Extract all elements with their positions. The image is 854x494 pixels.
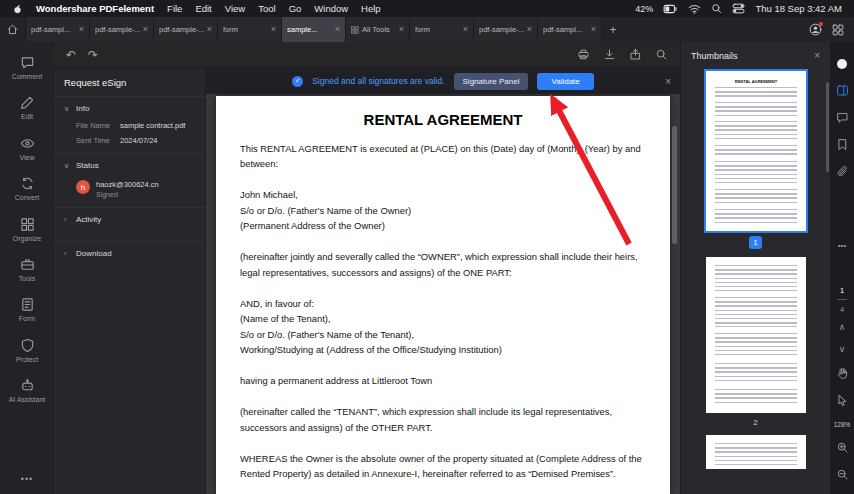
menubar-clock[interactable]: Thu 18 Sep 3:42 AM: [755, 3, 842, 14]
thumbnails-title: Thumbnails: [691, 51, 738, 61]
account-avatar-icon[interactable]: [809, 23, 822, 36]
menu-file[interactable]: File: [167, 3, 182, 14]
sidebar-item-view[interactable]: View: [0, 129, 54, 169]
tab-close-icon[interactable]: ×: [399, 25, 404, 34]
tab-all-tools[interactable]: All Tools×: [346, 17, 410, 42]
tab-close-icon[interactable]: ×: [143, 25, 148, 34]
chevron-down-icon: ∨: [64, 162, 71, 170]
file-name-label: File Name: [76, 121, 120, 130]
thumbnail-panel-icon[interactable]: [830, 77, 854, 104]
next-page-icon[interactable]: ∨: [839, 338, 846, 360]
sidebar-item-protect[interactable]: Protect: [0, 331, 54, 371]
all-tools-grid-icon: [351, 26, 359, 34]
zoom-level[interactable]: 128%: [834, 414, 851, 434]
esign-section-status[interactable]: ∨ Status: [54, 153, 205, 175]
tab-overview-icon[interactable]: [832, 24, 844, 36]
tab-pdf-sample-5[interactable]: pdf-sampl...×: [538, 17, 602, 42]
document-paragraph: WHEREAS the Owner is the absolute owner …: [240, 451, 646, 482]
more-panels-icon[interactable]: •••: [830, 232, 854, 259]
signer-avatar: h: [76, 180, 90, 194]
menu-view[interactable]: View: [225, 3, 245, 14]
document-paragraph: AND, in favour of: (Name of the Tenant),…: [240, 296, 646, 358]
esign-section-activity[interactable]: › Activity: [54, 207, 205, 229]
sidebar-item-edit[interactable]: Edit: [0, 88, 54, 128]
current-page-number[interactable]: 1: [840, 283, 844, 297]
thumbnails-panel: Thumbnails × RENTAL AGREEMENT 1: [680, 42, 830, 494]
valid-check-icon: ✓: [292, 76, 303, 87]
attachments-panel-icon[interactable]: [830, 158, 854, 185]
thumbnails-scrollbar[interactable]: [826, 82, 829, 172]
tab-pdf-sample-2[interactable]: pdf-sample-...×: [90, 17, 154, 42]
tab-pdf-sample-1[interactable]: pdf-sampl...×: [26, 17, 90, 42]
tab-close-icon[interactable]: ×: [271, 25, 276, 34]
search-icon[interactable]: [655, 48, 668, 61]
sidebar-item-comment[interactable]: Comment: [0, 48, 54, 88]
hand-tool-icon[interactable]: [830, 360, 854, 387]
esign-section-info[interactable]: ∨ Info: [54, 96, 205, 118]
signature-valid-banner: ✓ Signed and all signatures are valid. S…: [206, 68, 680, 94]
bookmarks-panel-icon[interactable]: [830, 131, 854, 158]
record-status-icon[interactable]: [830, 50, 854, 77]
tab-form-2[interactable]: form×: [410, 17, 474, 42]
thumbnail-page-3[interactable]: [706, 435, 806, 469]
menu-go[interactable]: Go: [289, 3, 302, 14]
page-number-label: 2: [753, 418, 757, 427]
share-icon[interactable]: [629, 48, 642, 61]
home-button[interactable]: [0, 17, 26, 42]
tab-close-icon[interactable]: ×: [591, 25, 596, 34]
document-paragraph: having a permanent address at Littleroot…: [240, 373, 646, 389]
tab-bar: pdf-sampl...× pdf-sample-...× pdf-sample…: [0, 17, 854, 42]
select-tool-icon[interactable]: [830, 387, 854, 414]
tab-close-icon[interactable]: ×: [335, 25, 340, 34]
tab-pdf-sample-4[interactable]: pdf-sample-...×: [474, 17, 538, 42]
file-name-value: sample contract.pdf: [120, 121, 195, 130]
document-scrollbar[interactable]: [672, 126, 677, 244]
thumbnail-page-1[interactable]: RENTAL AGREEMENT: [706, 71, 806, 231]
menu-tool[interactable]: Tool: [258, 3, 275, 14]
thumbnails-close-icon[interactable]: ×: [814, 50, 820, 61]
validate-button[interactable]: Validate: [537, 73, 593, 90]
menu-window[interactable]: Window: [314, 3, 348, 14]
wifi-icon[interactable]: [688, 4, 701, 14]
spotlight-search-icon[interactable]: [711, 3, 722, 14]
menubar-app-name[interactable]: Wondershare PDFelement: [36, 3, 154, 14]
page-scroll-area[interactable]: RENTAL AGREEMENT This RENTAL AGREEMENT i…: [206, 94, 680, 494]
thumbnail-page-2[interactable]: [706, 257, 806, 413]
tab-close-icon[interactable]: ×: [527, 25, 532, 34]
valid-message: Signed and all signatures are valid.: [312, 76, 444, 86]
sidebar-item-form[interactable]: Form: [0, 290, 54, 330]
zoom-out-icon[interactable]: [830, 461, 854, 488]
sidebar-item-ai-assistant[interactable]: AI Assistant: [0, 371, 54, 411]
document-paragraph: John Michael, S/o or D/o. (Father's Name…: [240, 187, 646, 234]
tab-form-1[interactable]: form×: [218, 17, 282, 42]
tab-close-icon[interactable]: ×: [207, 25, 212, 34]
tab-close-icon[interactable]: ×: [463, 25, 468, 34]
apple-icon[interactable]: [12, 3, 23, 15]
total-page-number: 4: [840, 302, 844, 316]
redo-icon[interactable]: ↷: [88, 49, 98, 61]
undo-icon[interactable]: ↶: [66, 49, 76, 61]
sidebar-item-convert[interactable]: Convert: [0, 169, 54, 209]
document-paragraph: (hereinafter called the “TENANT”, which …: [240, 404, 646, 435]
tab-sample-active[interactable]: sample...×: [282, 17, 346, 42]
control-center-icon[interactable]: [732, 3, 745, 14]
sidebar-more-icon[interactable]: •••: [21, 464, 33, 494]
new-tab-button[interactable]: +: [602, 17, 624, 42]
macos-menubar: Wondershare PDFelement File Edit View To…: [0, 0, 854, 17]
esign-section-download[interactable]: › Download: [54, 241, 205, 263]
print-icon[interactable]: [577, 48, 590, 61]
tab-pdf-sample-3[interactable]: pdf-sample-...×: [154, 17, 218, 42]
zoom-in-icon[interactable]: [830, 434, 854, 461]
signature-panel-button[interactable]: Signature Panel: [454, 73, 529, 90]
comments-panel-icon[interactable]: [830, 104, 854, 131]
download-icon[interactable]: [603, 48, 616, 61]
menu-edit[interactable]: Edit: [195, 3, 211, 14]
sidebar-item-organize[interactable]: Organize: [0, 210, 54, 250]
tab-close-icon[interactable]: ×: [79, 25, 84, 34]
battery-percent: 42%: [635, 4, 653, 14]
signer-row[interactable]: h haozk@300624.cn Signed: [54, 175, 205, 207]
menu-help[interactable]: Help: [361, 3, 381, 14]
previous-page-icon[interactable]: ∧: [839, 316, 846, 338]
banner-close-icon[interactable]: ×: [665, 76, 671, 87]
sidebar-item-tools[interactable]: Tools: [0, 250, 54, 290]
